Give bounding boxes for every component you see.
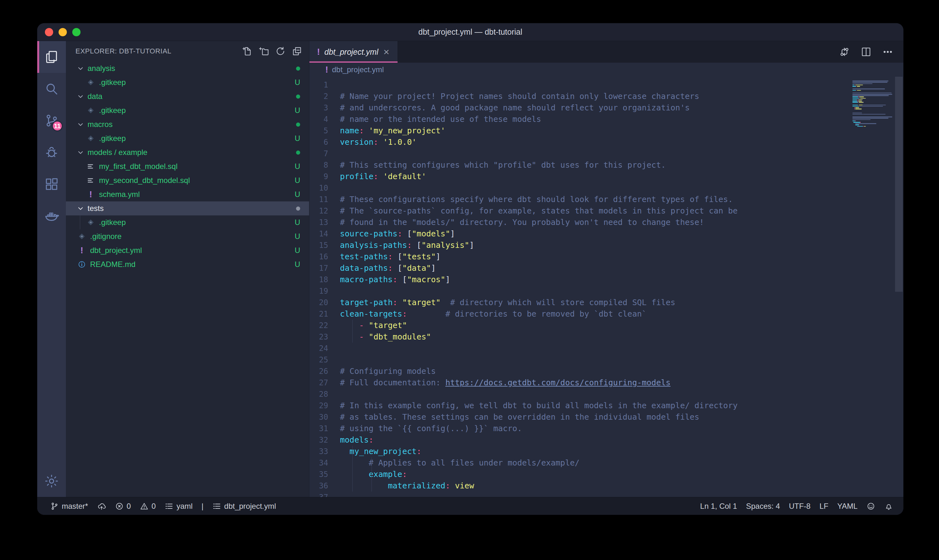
indent-guide [80,215,80,229]
code-line-10[interactable]: 10 [309,182,904,194]
code-line-31[interactable]: 31# using the `{{ config(...) }}` macro. [309,423,904,434]
code-line-18[interactable]: 18macro-paths: ["macros"] [309,274,904,285]
minimap-line [853,100,894,102]
code-line-24[interactable]: 24 [309,343,904,354]
code-line-2[interactable]: 2# Name your project! Project names shou… [309,91,904,102]
tree-item-my-second-dbt-model-sql[interactable]: my_second_dbt_model.sqlU [66,174,309,188]
scrollbar-thumb[interactable] [895,77,903,292]
status-item-warnings[interactable]: 0 [135,502,160,511]
activity-item-source-control[interactable]: 11 [37,105,66,137]
new-file-button[interactable] [242,46,252,56]
bell-icon [884,502,893,511]
status-bar: master*00yaml|dbt_project.yml Ln 1, Col … [37,497,904,515]
new-folder-button[interactable] [259,46,269,56]
tree-item-dbt-project-yml[interactable]: !dbt_project.ymlU [66,243,309,257]
close-window-button[interactable] [45,28,53,36]
code-line-30[interactable]: 30# as tables. These settings can be ove… [309,411,904,423]
code-line-16[interactable]: 16test-paths: ["tests"] [309,251,904,263]
status-item-errors[interactable]: 0 [111,502,135,511]
status-item-language-mode[interactable]: YAML [833,502,862,511]
open-changes-button[interactable] [839,46,850,57]
code-line-9[interactable]: 9profile: 'default' [309,171,904,182]
tree-item-macros[interactable]: macros [66,117,309,131]
breadcrumb-file[interactable]: dbt_project.yml [332,65,384,74]
tab-dbt-project-yml[interactable]: ! dbt_project.yml × [309,41,398,63]
activity-item-settings[interactable] [37,465,66,497]
status-item-encoding[interactable]: UTF-8 [784,502,815,511]
status-item-notifications[interactable] [880,502,897,511]
tree-item--gitkeep[interactable]: .gitkeepU [66,131,309,145]
code-line-37[interactable]: 37 [309,492,904,497]
status-item-publish-changes[interactable] [92,502,111,511]
code-line-33[interactable]: 33 my_new_project: [309,446,904,457]
tree-item-data[interactable]: data [66,89,309,103]
activity-item-run-and-debug[interactable] [37,137,66,168]
status-item-eol[interactable]: LF [815,502,833,511]
code-line-19[interactable]: 19 [309,285,904,297]
status-item-cursor-position[interactable]: Ln 1, Col 1 [696,502,742,511]
code-line-20[interactable]: 20target-path: "target" # directory whic… [309,297,904,308]
tree-item-schema-yml[interactable]: !schema.ymlU [66,188,309,202]
tree-item--gitkeep[interactable]: .gitkeepU [66,215,309,229]
minimap-line [853,109,894,109]
code-line-1[interactable]: 1 [309,79,904,91]
activity-item-docker[interactable] [37,200,66,232]
code-line-15[interactable]: 15analysis-paths: ["analysis"] [309,240,904,251]
tree-item--gitignore[interactable]: .gitignoreU [66,229,309,243]
tree-item-tests[interactable]: tests [66,202,309,215]
code-editor[interactable]: 12# Name your project! Project names sho… [309,77,904,497]
code-line-25[interactable]: 25 [309,354,904,366]
collapse-all-button[interactable] [292,46,302,56]
minimap-line [853,83,894,84]
code-line-28[interactable]: 28 [309,389,904,400]
code-line-8[interactable]: 8# This setting configures which "profil… [309,159,904,171]
activity-item-search[interactable] [37,73,66,105]
tree-item--gitkeep[interactable]: .gitkeepU [66,75,309,89]
code-line-13[interactable]: 13# found in the "models/" directory. Yo… [309,217,904,228]
code-line-35[interactable]: 35 example: [309,469,904,480]
tree-item-analysis[interactable]: analysis [66,62,309,75]
code-line-11[interactable]: 11# These configurations specify where d… [309,194,904,205]
close-tab-icon[interactable]: × [383,47,390,57]
status-item-label: Spaces: 4 [746,502,780,511]
code-line-14[interactable]: 14source-paths: ["models"] [309,228,904,240]
minimize-window-button[interactable] [58,28,67,36]
code-line-26[interactable]: 26# Configuring models [309,366,904,377]
status-item-linter-file[interactable]: dbt_project.yml [208,502,280,511]
activity-item-extensions[interactable] [37,168,66,200]
line-number: 35 [309,469,340,480]
status-item-indentation[interactable]: Spaces: 4 [742,502,785,511]
refresh-button[interactable] [276,46,286,56]
code-line-29[interactable]: 29# In this example config, we tell dbt … [309,400,904,411]
code-line-36[interactable]: 36 materialized: view [309,480,904,492]
more-actions-button[interactable] [882,46,893,57]
code-line-22[interactable]: 22 - "target" [309,320,904,331]
code-line-23[interactable]: 23 - "dbt_modules" [309,331,904,343]
code-line-21[interactable]: 21clean-targets: # directories to be rem… [309,308,904,320]
chevron-down-icon [77,92,84,100]
status-item-feedback[interactable] [862,502,880,511]
code-line-12[interactable]: 12# The `source-paths` config, for examp… [309,205,904,217]
tree-item-models-example[interactable]: models / example [66,145,309,159]
tree-item--gitkeep[interactable]: .gitkeepU [66,103,309,117]
code-line-27[interactable]: 27# Full documentation: https://docs.get… [309,377,904,389]
code-line-6[interactable]: 6version: '1.0.0' [309,137,904,148]
code-line-32[interactable]: 32models: [309,434,904,446]
code-line-7[interactable]: 7 [309,148,904,159]
tree-item-readme-md[interactable]: README.mdU [66,257,309,271]
status-item-git-branch[interactable]: master* [46,502,92,511]
code-line-5[interactable]: 5name: 'my_new_project' [309,125,904,137]
minimap[interactable] [853,79,894,129]
activity-item-explorer[interactable] [37,41,66,73]
code-line-4[interactable]: 4# name or the intended use of these mod… [309,114,904,125]
code-line-17[interactable]: 17data-paths: ["data"] [309,263,904,274]
code-line-3[interactable]: 3# and underscores. A good package name … [309,102,904,114]
tree-item-label: README.md [90,260,135,269]
split-editor-button[interactable] [861,46,871,57]
status-item-linter-yaml[interactable]: yaml [160,502,197,511]
editor-scrollbar[interactable] [894,77,904,497]
code-line-34[interactable]: 34 # Applies to all files under models/e… [309,457,904,469]
status-item-separator: | [197,502,208,511]
zoom-window-button[interactable] [72,28,80,36]
tree-item-my-first-dbt-model-sql[interactable]: my_first_dbt_model.sqlU [66,159,309,174]
